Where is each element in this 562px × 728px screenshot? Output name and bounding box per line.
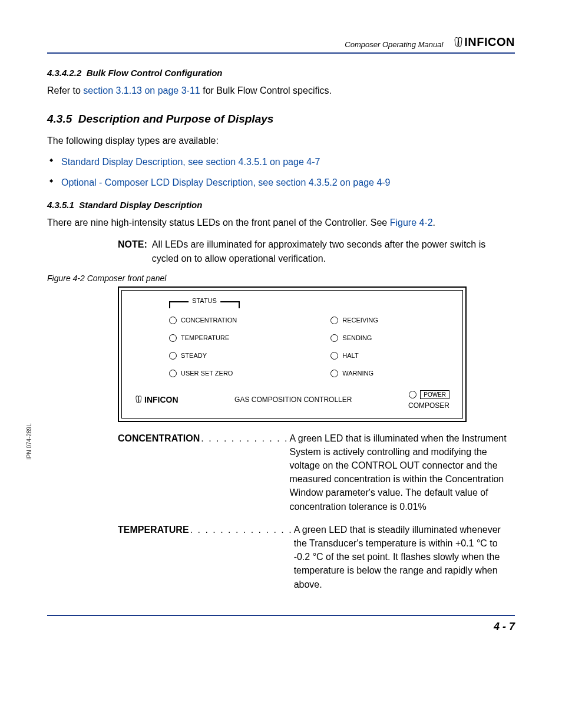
power-label: POWER — [420, 390, 449, 399]
led-icon — [409, 391, 416, 398]
led-icon — [169, 334, 177, 342]
led-label: SENDING — [342, 334, 372, 341]
text-post: . — [433, 218, 435, 228]
led-steady: STEADY — [169, 352, 308, 360]
heading-4351: 4.3.5.1 Standard Display Description — [47, 200, 515, 210]
led-concentration: CONCENTRATION — [169, 317, 308, 324]
def-body: A green LED that is illuminated when the… — [290, 431, 515, 513]
panel-bottom: INFICON GAS COMPOSITION CONTROLLER POWER… — [135, 390, 449, 410]
led-temperature: TEMPERATURE — [169, 334, 308, 342]
led-label: STEADY — [181, 352, 207, 359]
led-sending: SENDING — [330, 334, 449, 342]
heading-43422: 4.3.4.2.2 Bulk Flow Control Configuratio… — [47, 68, 515, 78]
led-halt: HALT — [330, 352, 449, 360]
led-label: WARNING — [342, 370, 373, 377]
led-label: RECEIVING — [342, 317, 378, 324]
manual-title: Composer Operating Manual — [345, 40, 443, 49]
led-icon — [169, 317, 177, 324]
status-bracket: STATUS — [169, 301, 240, 308]
bullet-list-435: Standard Display Description, see sectio… — [47, 156, 515, 189]
def-term: TEMPERATURE — [118, 523, 189, 591]
note-text: All LEDs are illuminated for approximate… — [152, 238, 515, 265]
list-item: Optional - Composer LCD Display Descript… — [47, 176, 515, 189]
led-grid: CONCENTRATION RECEIVING TEMPERATURE SEND… — [169, 317, 449, 377]
heading-435: 4.3.5 Description and Purpose of Display… — [47, 113, 515, 126]
panel-brand-text: INFICON — [144, 395, 178, 404]
page-header: Composer Operating Manual INFICON — [47, 35, 515, 54]
led-icon — [169, 352, 177, 360]
led-icon — [330, 334, 338, 342]
status-label: STATUS — [189, 297, 220, 304]
section-number: 4.3.5 — [47, 113, 72, 125]
led-icon — [330, 317, 338, 324]
text-pre: Refer to — [47, 85, 83, 95]
para-43422: Refer to section 3.1.13 on page 3-11 for… — [47, 84, 515, 97]
logo-icon — [455, 37, 463, 48]
def-dots: . . . . . . . . . . . . — [200, 431, 289, 513]
brand-logo: INFICON — [455, 35, 515, 49]
led-icon — [330, 370, 338, 377]
figure-panel: STATUS CONCENTRATION RECEIVING TEMPERATU… — [118, 286, 467, 422]
page-footer: 4 - 7 — [47, 615, 515, 633]
def-dots: . . . . . . . . . . . . . . — [189, 523, 294, 591]
led-label: TEMPERATURE — [181, 334, 229, 341]
text-post: for Bulk Flow Control specifics. — [200, 85, 332, 95]
list-item: Standard Display Description, see sectio… — [47, 156, 515, 169]
section-title: Standard Display Description — [79, 200, 202, 210]
section-title: Description and Purpose of Displays — [78, 113, 274, 125]
intro-435: The following display types are availabl… — [47, 134, 515, 147]
led-label: HALT — [342, 352, 358, 359]
led-icon — [330, 352, 338, 360]
front-panel: STATUS CONCENTRATION RECEIVING TEMPERATU… — [121, 290, 463, 419]
link-figure-4-2[interactable]: Figure 4-2 — [390, 218, 433, 228]
led-label: CONCENTRATION — [181, 317, 237, 324]
def-term: CONCENTRATION — [118, 431, 200, 513]
logo-icon — [136, 396, 143, 404]
section-number: 4.3.5.1 — [47, 200, 74, 210]
led-receiving: RECEIVING — [330, 317, 449, 324]
definition-temperature: TEMPERATURE . . . . . . . . . . . . . . … — [118, 523, 515, 591]
section-title: Bulk Flow Control Configuration — [87, 68, 223, 78]
link-3-1-13[interactable]: section 3.1.13 on page 3-11 — [83, 85, 200, 95]
figure-caption: Figure 4-2 Composer front panel — [47, 274, 515, 283]
page-number: 4 - 7 — [494, 621, 515, 633]
panel-brand-logo: INFICON — [135, 394, 178, 405]
led-warning: WARNING — [330, 370, 449, 377]
side-ipn-label: IPN 074-289L — [26, 423, 32, 460]
power-group: POWER COMPOSER — [408, 390, 449, 410]
note-4351: NOTE: All LEDs are illuminated for appro… — [118, 238, 515, 265]
note-label: NOTE: — [118, 238, 147, 265]
definition-concentration: CONCENTRATION . . . . . . . . . . . . A … — [118, 431, 515, 513]
para-4351: There are nine high-intensity status LED… — [47, 216, 515, 229]
led-user-set-zero: USER SET ZERO — [169, 370, 308, 377]
link-4352[interactable]: Optional - Composer LCD Display Descript… — [61, 177, 391, 187]
link-4351[interactable]: Standard Display Description, see sectio… — [61, 157, 320, 167]
composer-label: COMPOSER — [408, 401, 449, 410]
led-label: USER SET ZERO — [181, 370, 233, 377]
text-pre: There are nine high-intensity status LED… — [47, 218, 390, 228]
def-body: A green LED that is steadily illuminated… — [294, 523, 515, 591]
section-number: 4.3.4.2.2 — [47, 68, 81, 78]
brand-text: INFICON — [464, 35, 515, 49]
panel-center-text: GAS COMPOSITION CONTROLLER — [234, 396, 352, 404]
led-icon — [169, 370, 177, 377]
